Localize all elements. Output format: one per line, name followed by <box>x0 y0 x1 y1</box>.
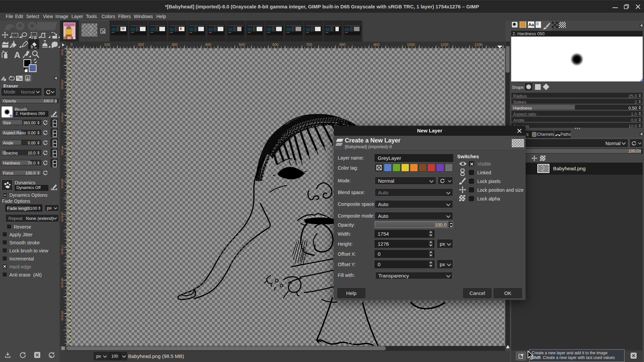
svg-text:A: A <box>14 50 20 59</box>
